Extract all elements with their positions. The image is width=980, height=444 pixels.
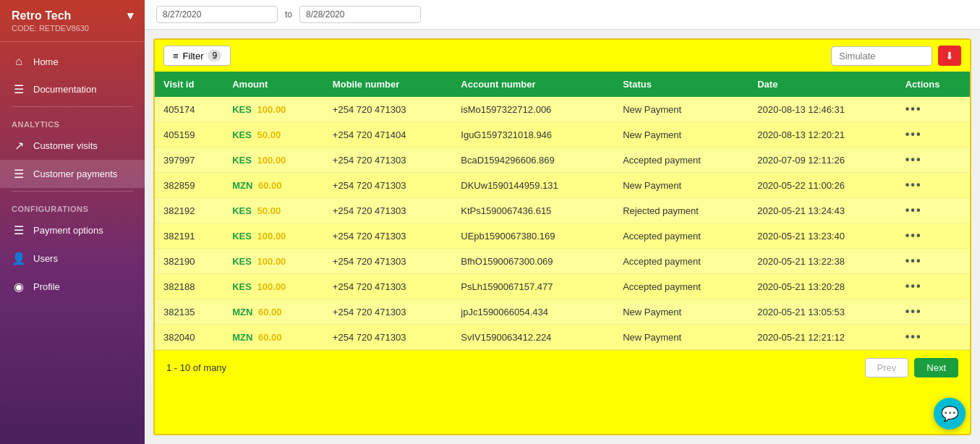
row-actions-button[interactable]: ••• <box>906 255 922 267</box>
sidebar-item-users[interactable]: 👤 Users <box>0 244 145 273</box>
pagination-buttons: Prev Next <box>865 358 958 377</box>
cell-actions[interactable]: ••• <box>897 223 970 249</box>
sidebar-item-profile[interactable]: ◉ Profile <box>0 273 145 301</box>
table-row: 382192 KES 50.00 +254 720 471303 KtPs159… <box>155 198 970 223</box>
row-actions-button[interactable]: ••• <box>906 229 922 242</box>
pagination-info: 1 - 10 of many <box>166 362 226 373</box>
cell-visit-id: 382191 <box>155 223 223 249</box>
home-icon: ⌂ <box>12 55 26 68</box>
sidebar-item-payment-options[interactable]: ☰ Payment options <box>0 216 145 244</box>
cell-actions[interactable]: ••• <box>897 299 970 325</box>
cell-account: DKUw1590144959.131 <box>452 173 614 198</box>
row-actions-button[interactable]: ••• <box>906 204 922 216</box>
cell-actions[interactable]: ••• <box>897 249 970 274</box>
cell-actions[interactable]: ••• <box>897 148 970 173</box>
table-body: 405174 KES 100.00 +254 720 471303 isMo15… <box>155 97 970 350</box>
amount-value: 60.00 <box>258 332 282 343</box>
sidebar-item-customer-payments[interactable]: ☰ Customer payments <box>0 160 145 188</box>
cell-amount: KES 100.00 <box>223 223 324 249</box>
chat-button[interactable]: 💬 <box>934 398 966 430</box>
cell-visit-id: 405159 <box>155 122 223 148</box>
cell-mobile: +254 720 471303 <box>324 173 452 198</box>
from-date-input[interactable] <box>156 6 278 23</box>
customer-visits-icon: ↗ <box>12 139 26 153</box>
sidebar-item-home-label: Home <box>33 56 59 67</box>
cell-actions[interactable]: ••• <box>897 122 970 148</box>
download-button[interactable]: ⬇ <box>938 46 961 66</box>
analytics-divider <box>12 106 133 107</box>
cell-date: 2020-05-21 13:05:53 <box>749 299 896 325</box>
table-row: 397997 KES 100.00 +254 720 471303 BcaD15… <box>155 148 970 173</box>
col-header-date: Date <box>749 72 896 97</box>
cell-status: Accepted payment <box>614 274 749 299</box>
cell-mobile: +254 720 471303 <box>324 223 452 249</box>
brand-chevron: ▾ <box>127 9 133 22</box>
brand-code: CODE: RETDEV8630 <box>12 24 133 33</box>
to-date-input[interactable] <box>299 6 421 23</box>
cell-mobile: +254 720 471404 <box>324 122 452 148</box>
cell-account: isMo1597322712.006 <box>452 97 614 122</box>
cell-amount: KES 50.00 <box>223 122 324 148</box>
sidebar-item-home[interactable]: ⌂ Home <box>0 48 145 75</box>
row-actions-button[interactable]: ••• <box>906 103 922 115</box>
cell-actions[interactable]: ••• <box>897 173 970 198</box>
prev-button[interactable]: Prev <box>865 358 909 377</box>
filter-button[interactable]: ≡ Filter 9 <box>163 46 231 66</box>
currency-label: KES <box>232 205 252 216</box>
filter-label: Filter <box>183 51 204 61</box>
sidebar-item-documentation-label: Documentation <box>33 84 96 95</box>
row-actions-button[interactable]: ••• <box>906 128 922 140</box>
row-actions-button[interactable]: ••• <box>906 179 922 191</box>
row-actions-button[interactable]: ••• <box>906 280 922 292</box>
cell-actions[interactable]: ••• <box>897 198 970 223</box>
row-actions-button[interactable]: ••• <box>906 330 922 343</box>
cell-amount: KES 100.00 <box>223 97 324 122</box>
date-bar: to <box>145 0 980 30</box>
table-row: 382188 KES 100.00 +254 720 471303 PsLh15… <box>155 274 970 299</box>
row-actions-button[interactable]: ••• <box>906 305 922 317</box>
currency-label: MZN <box>232 332 252 343</box>
brand-name: Retro Tech <box>12 9 71 22</box>
table-row: 382859 MZN 60.00 +254 720 471303 DKUw159… <box>155 173 970 198</box>
cell-actions[interactable]: ••• <box>897 274 970 299</box>
sidebar-item-payment-options-label: Payment options <box>33 225 103 236</box>
table-row: 405174 KES 100.00 +254 720 471303 isMo15… <box>155 97 970 122</box>
currency-label: KES <box>232 281 252 292</box>
cell-visit-id: 382859 <box>155 173 223 198</box>
cell-visit-id: 382135 <box>155 299 223 325</box>
simulate-input[interactable] <box>831 46 932 66</box>
amount-value: 100.00 <box>257 281 286 292</box>
data-table: Visit id Amount Mobile number Account nu… <box>155 72 970 350</box>
row-actions-button[interactable]: ••• <box>906 153 922 166</box>
currency-label: KES <box>232 231 252 242</box>
chat-icon: 💬 <box>941 405 959 422</box>
configurations-section-label: Configurations <box>0 195 145 216</box>
cell-amount: KES 50.00 <box>223 198 324 223</box>
cell-date: 2020-08-13 12:20:21 <box>749 122 896 148</box>
brand[interactable]: Retro Tech ▾ CODE: RETDEV8630 <box>0 0 145 42</box>
cell-status: Rejected payment <box>614 198 749 223</box>
next-button[interactable]: Next <box>914 358 958 377</box>
cell-amount: MZN 60.00 <box>223 173 324 198</box>
table-header-row: Visit id Amount Mobile number Account nu… <box>155 72 970 97</box>
cell-mobile: +254 720 471303 <box>324 299 452 325</box>
cell-status: New Payment <box>614 173 749 198</box>
cell-actions[interactable]: ••• <box>897 325 970 350</box>
cell-actions[interactable]: ••• <box>897 97 970 122</box>
download-icon: ⬇ <box>945 50 954 61</box>
cell-account: UEpb1590067380.169 <box>452 223 614 249</box>
profile-icon: ◉ <box>12 280 26 294</box>
documentation-icon: ☰ <box>12 82 26 96</box>
cell-account: PsLh1590067157.477 <box>452 274 614 299</box>
cell-amount: MZN 60.00 <box>223 299 324 325</box>
cell-date: 2020-08-13 12:46:31 <box>749 97 896 122</box>
cell-date: 2020-05-21 13:22:38 <box>749 249 896 274</box>
col-header-account: Account number <box>452 72 614 97</box>
cell-account: jpJc1590066054.434 <box>452 299 614 325</box>
cell-visit-id: 382190 <box>155 249 223 274</box>
sidebar-item-customer-visits[interactable]: ↗ Customer visits <box>0 132 145 160</box>
analytics-section-label: Analytics <box>0 110 145 132</box>
col-header-amount: Amount <box>223 72 324 97</box>
main-content: to ≡ Filter 9 ⬇ Visit id Amount <box>145 0 980 444</box>
sidebar-item-documentation[interactable]: ☰ Documentation <box>0 75 145 103</box>
